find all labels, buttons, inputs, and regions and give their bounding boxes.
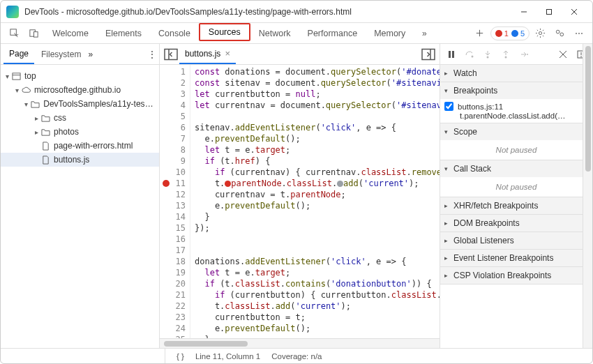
- tab-network[interactable]: Network: [250, 23, 299, 44]
- code-line[interactable]: }: [190, 211, 440, 222]
- section-watch[interactable]: ▸Watch: [440, 65, 592, 82]
- code-line[interactable]: [190, 245, 440, 256]
- more-navigator-tabs-icon[interactable]: »: [88, 50, 93, 59]
- breakpoint-checkbox[interactable]: [444, 102, 453, 111]
- vertical-scrollbar[interactable]: [583, 44, 592, 348]
- code-line[interactable]: if (currentbutton) { currentbutton.class…: [190, 289, 440, 301]
- code-line[interactable]: donations.addEventListener('click', e =>…: [190, 256, 440, 267]
- code-line[interactable]: t.parentNode.classList.add('current');: [190, 178, 440, 189]
- code-line[interactable]: t.classList.add('current');: [190, 301, 440, 312]
- code-line[interactable]: let currentbutton = null;: [190, 89, 440, 100]
- gutter-line[interactable]: 7: [160, 133, 190, 144]
- new-tab-plus-icon[interactable]: [471, 24, 489, 43]
- code-line[interactable]: });: [190, 222, 440, 234]
- section-global[interactable]: ▸Global Listeners: [440, 232, 592, 249]
- editor-file-tab[interactable]: buttons.js ×: [179, 44, 236, 64]
- breakpoint-entry[interactable]: buttons.js:11 t.parentNode.classList.add…: [444, 102, 588, 120]
- more-tabs-chevron-icon[interactable]: »: [415, 24, 433, 43]
- gutter-line[interactable]: 19: [160, 267, 190, 278]
- tree-domain[interactable]: ▾microsoftedge.github.io: [1, 83, 159, 97]
- step-into-icon[interactable]: [481, 47, 495, 61]
- code-line[interactable]: currentbutton = t;: [190, 312, 440, 323]
- pretty-print-icon[interactable]: { }: [177, 352, 184, 361]
- settings-gear-icon[interactable]: [531, 24, 549, 43]
- section-event[interactable]: ▸Event Listener Breakpoints: [440, 250, 592, 266]
- tree-file-js-selected[interactable]: buttons.js: [1, 153, 159, 167]
- close-button[interactable]: [562, 2, 587, 22]
- code-line[interactable]: if (t.href) {: [190, 156, 440, 167]
- section-callstack[interactable]: ▾Call Stack: [440, 160, 592, 177]
- line-gutter[interactable]: 1234567891011121314151617181920212223242…: [160, 65, 190, 338]
- navigator-tab-page[interactable]: Page: [3, 44, 34, 64]
- code-line[interactable]: e.preventDefault();: [190, 323, 440, 334]
- gutter-line[interactable]: 4: [160, 100, 190, 111]
- toggle-debugger-icon[interactable]: [420, 46, 437, 63]
- section-breakpoints[interactable]: ▾Breakpoints: [440, 82, 592, 99]
- device-toolbar-icon[interactable]: [24, 24, 43, 43]
- code-line[interactable]: currentnav = t.parentNode;: [190, 189, 440, 200]
- code-line[interactable]: let currentnav = document.querySelector(…: [190, 100, 440, 111]
- gutter-line[interactable]: 16: [160, 234, 190, 245]
- tree-top-frame[interactable]: ▾top: [1, 69, 159, 83]
- gutter-line[interactable]: 6: [160, 122, 190, 133]
- toggle-navigator-icon[interactable]: [163, 46, 179, 63]
- code-content[interactable]: const donations = document.querySelector…: [190, 65, 440, 338]
- gutter-line[interactable]: 13: [160, 200, 190, 211]
- gutter-line[interactable]: 17: [160, 245, 190, 256]
- code-editor[interactable]: 1234567891011121314151617181920212223242…: [160, 65, 440, 338]
- section-dom[interactable]: ▸DOM Breakpoints: [440, 215, 592, 232]
- gutter-line[interactable]: 20: [160, 278, 190, 289]
- section-xhr[interactable]: ▸XHR/fetch Breakpoints: [440, 197, 592, 214]
- code-line[interactable]: const sitenav = document.querySelector('…: [190, 77, 440, 89]
- navigator-tab-filesystem[interactable]: Filesystem: [36, 44, 87, 64]
- gutter-line[interactable]: 22: [160, 301, 190, 312]
- code-line[interactable]: e.preventDefault();: [190, 133, 440, 144]
- gutter-line[interactable]: 5: [160, 111, 190, 122]
- code-line[interactable]: const donations = document.querySelector…: [190, 66, 440, 77]
- code-line[interactable]: let t = e.target;: [190, 267, 440, 278]
- gutter-line[interactable]: 25: [160, 334, 190, 338]
- gutter-line[interactable]: 15: [160, 222, 190, 234]
- horizontal-scrollbar[interactable]: [160, 338, 440, 348]
- feedback-icon[interactable]: [550, 24, 569, 43]
- step-out-icon[interactable]: [499, 47, 513, 61]
- deactivate-breakpoints-icon[interactable]: [556, 47, 570, 61]
- code-line[interactable]: [190, 234, 440, 245]
- issues-badge[interactable]: 1 5: [490, 26, 530, 40]
- code-line[interactable]: if (t.classList.contains('donationbutton…: [190, 278, 440, 289]
- navigator-menu-icon[interactable]: ⋮: [148, 50, 156, 59]
- maximize-button[interactable]: [536, 2, 562, 22]
- section-scope[interactable]: ▾Scope: [440, 123, 592, 140]
- gutter-line[interactable]: 23: [160, 312, 190, 323]
- tab-sources[interactable]: Sources: [199, 23, 250, 41]
- gutter-line[interactable]: 9: [160, 156, 190, 167]
- tab-elements[interactable]: Elements: [97, 23, 150, 44]
- gutter-line[interactable]: 2: [160, 77, 190, 89]
- pause-icon[interactable]: [444, 47, 458, 61]
- gutter-line[interactable]: 8: [160, 144, 190, 156]
- kebab-menu-icon[interactable]: ⋯: [570, 24, 588, 43]
- scrollbar-thumb[interactable]: [164, 341, 248, 347]
- tab-console[interactable]: Console: [150, 23, 199, 44]
- gutter-line[interactable]: 18: [160, 256, 190, 267]
- code-line[interactable]: e.preventDefault();: [190, 200, 440, 211]
- code-line[interactable]: sitenav.addEventListener('click', e => {: [190, 122, 440, 133]
- code-line[interactable]: [190, 111, 440, 122]
- section-csp[interactable]: ▸CSP Violation Breakpoints: [440, 267, 592, 284]
- code-line[interactable]: let t = e.target;: [190, 144, 440, 156]
- tree-path-folder[interactable]: ▾DevToolsSamples/a11y-testing: [1, 97, 159, 111]
- gutter-line[interactable]: 10: [160, 167, 190, 178]
- tab-memory[interactable]: Memory: [366, 23, 414, 44]
- gutter-line[interactable]: 11: [160, 178, 190, 189]
- code-line[interactable]: }: [190, 334, 440, 338]
- gutter-line[interactable]: 1: [160, 66, 190, 77]
- gutter-line[interactable]: 24: [160, 323, 190, 334]
- tree-folder-photos[interactable]: ▸photos: [1, 125, 159, 139]
- gutter-line[interactable]: 12: [160, 189, 190, 200]
- gutter-line[interactable]: 21: [160, 289, 190, 301]
- tree-folder-css[interactable]: ▸css: [1, 111, 159, 125]
- gutter-line[interactable]: 14: [160, 211, 190, 222]
- tab-welcome[interactable]: Welcome: [44, 23, 97, 44]
- close-tab-icon[interactable]: ×: [225, 48, 230, 59]
- vscroll-thumb[interactable]: [585, 46, 591, 172]
